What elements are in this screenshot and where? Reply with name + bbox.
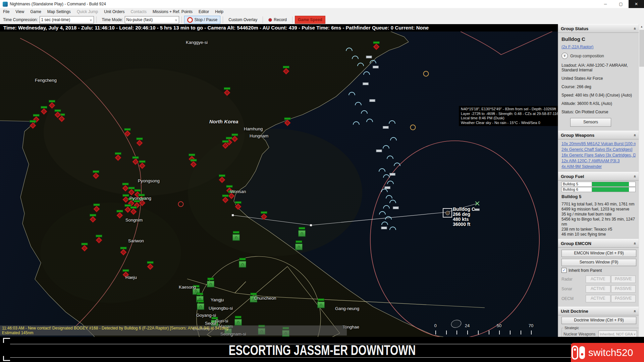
unknown-contact-icon[interactable] [386,195,392,198]
unknown-contact-icon[interactable] [361,110,368,114]
contact-datablock[interactable] [373,66,379,68]
maximize-button[interactable]: ▢ [613,0,629,8]
unknown-contact-icon[interactable] [389,120,395,124]
hostile-unit-icon[interactable] [261,212,267,219]
friendly-installation-icon[interactable]: ∩ [239,258,246,268]
contact-datablock[interactable] [381,227,387,229]
contact-datablock[interactable] [370,99,375,102]
contact-datablock[interactable] [385,186,390,189]
emcon-active-button[interactable]: ACTIVE [586,295,610,302]
hostile-unit-icon[interactable] [81,243,88,251]
contact-datablock[interactable] [366,56,372,58]
friendly-installation-icon[interactable]: ∩ [234,316,242,326]
unknown-contact-icon[interactable] [383,145,389,148]
hostile-unit-icon[interactable] [122,183,129,191]
hostile-unit-icon[interactable] [120,247,127,255]
unit-type-link[interactable]: (2x F-22A Raptor) [561,45,636,49]
unknown-contact-icon[interactable] [346,48,353,51]
group-composition-toggle[interactable]: ∨ Group composition [561,53,636,59]
unknown-contact-icon[interactable] [357,63,364,66]
unknown-contact-icon[interactable] [383,205,390,208]
hostile-unit-icon[interactable] [190,159,197,167]
emcon-passive-button[interactable]: PASSIVE [611,295,636,302]
hostile-unit-icon[interactable] [147,261,154,269]
contact-datablock[interactable] [376,149,382,152]
custom-overlay-button[interactable]: Custom Overlay [225,16,260,24]
hostile-unit-icon[interactable] [116,210,123,218]
hostile-unit-icon[interactable] [284,118,291,125]
unknown-contact-icon[interactable] [389,227,396,230]
sensors-button[interactable]: Sensors [570,118,611,127]
friendly-installation-icon[interactable]: ∩ [197,300,204,310]
hostile-unit-icon[interactable] [96,235,102,243]
unknown-contact-icon[interactable] [348,92,355,95]
selected-unit-box[interactable] [443,208,452,218]
menu-unit-orders[interactable]: Unit Orders [101,8,127,15]
hostile-unit-icon[interactable] [235,201,241,209]
emcon-active-button[interactable]: ACTIVE [586,285,610,293]
weapon-link[interactable]: 24x Generic Chaff Salvo [5x Cartridges] [561,147,636,152]
tactical-map[interactable]: ∩∩∩∩∩∩∩∩∩∩∩∩∩∩∩ Kanggye-siFengchengNorth… [0,32,558,337]
contact-datablock[interactable] [363,82,369,85]
collapse-chevron-icon[interactable]: « [633,134,638,136]
neutral-contact-icon[interactable] [423,71,429,77]
unknown-contact-icon[interactable] [381,222,388,225]
weapon-link[interactable]: 10x 20mm/85 M61A2 Vulcan Burst [100 rnds… [561,141,636,146]
hostile-unit-icon[interactable] [128,187,135,195]
unknown-contact-icon[interactable] [387,181,394,184]
collapse-chevron-icon[interactable]: « [633,242,638,244]
menu-game[interactable]: Game [27,8,44,15]
hostile-unit-icon[interactable] [93,204,100,212]
stop-pause-button[interactable]: Stop / Pause [184,16,221,24]
unknown-contact-icon[interactable] [383,174,390,178]
collapse-chevron-icon[interactable]: « [633,175,638,177]
reference-point-icon[interactable] [475,201,480,206]
nuclear-weapons-select[interactable]: Inherited, NOT GRA ∨ [598,330,637,337]
group-emcon-header[interactable]: Group EMCON « [558,239,639,248]
friendly-installation-icon[interactable]: ∩ [298,227,306,237]
group-status-header[interactable]: Group Status « [558,24,639,33]
contact-datablock[interactable] [383,126,389,129]
neutral-contact-icon[interactable] [410,125,416,130]
unknown-contact-icon[interactable] [390,137,397,140]
friendly-installation-icon[interactable]: ∩ [317,299,325,308]
unknown-contact-icon[interactable] [389,200,396,203]
menu-map-settings[interactable]: Map Settings [44,8,74,15]
hostile-unit-icon[interactable] [224,87,230,95]
hostile-unit-icon[interactable] [49,100,55,108]
unknown-contact-icon[interactable] [379,211,386,215]
hostile-unit-icon[interactable] [124,128,131,136]
sidebar-scrollbar[interactable]: ▲ [639,24,644,337]
sensors-window-button[interactable]: Sensors Window (F9) [561,259,636,266]
scroll-up-icon[interactable]: ▲ [639,24,644,29]
hostile-unit-icon[interactable] [139,161,146,168]
weapon-link[interactable]: 4x AIM-9M Sidewinder [561,164,636,169]
emcon-passive-button[interactable]: PASSIVE [611,285,636,293]
contact-datablock[interactable] [390,173,395,176]
close-button[interactable]: ✕ [629,0,644,8]
unknown-contact-icon[interactable] [366,119,373,122]
unknown-contact-icon[interactable] [353,121,360,125]
collapse-chevron-icon[interactable]: « [633,310,638,312]
hostile-unit-icon[interactable] [41,106,47,114]
time-compression-select[interactable]: 1 sec (real-time) ∨ [40,16,94,23]
doctrine-window-button[interactable]: Doctrine Window (Ctrl + F9) [561,317,636,324]
weapon-link[interactable]: 12x AIM-120C-7 AMRAAM P3I.3 [561,159,636,163]
friendly-installation-icon[interactable]: ∩ [295,241,303,250]
record-button[interactable]: Record [265,16,290,24]
time-mode-select[interactable]: No-pulse (fast) ∨ [125,16,179,23]
hostile-unit-icon[interactable] [30,120,36,128]
unknown-contact-icon[interactable] [379,168,385,172]
hostile-unit-icon[interactable] [90,214,96,222]
hostile-contact-ring-icon[interactable] [178,201,184,207]
unit-doctrine-header[interactable]: Unit Doctrine « [558,307,639,315]
menu-file[interactable]: File [0,8,12,15]
friendly-installation-icon[interactable]: ∩ [207,278,214,288]
hostile-unit-icon[interactable] [115,153,121,160]
contact-datablock[interactable] [393,206,399,209]
hostile-unit-icon[interactable] [219,175,225,182]
group-fuel-header[interactable]: Group Fuel « [558,172,639,181]
emcon-passive-button[interactable]: PASSIVE [611,276,636,283]
hostile-unit-icon[interactable] [132,157,139,164]
hostile-unit-icon[interactable] [222,195,229,202]
